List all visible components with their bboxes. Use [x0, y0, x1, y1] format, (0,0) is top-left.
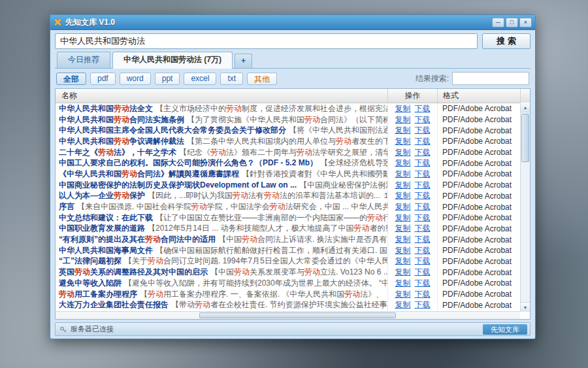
table-row[interactable]: 中国工人要求自己的权利。国际大公司能扮演什么角色？（PDF - 5.2 Mb）【… — [56, 158, 520, 169]
result-title[interactable]: 《中华人民共和国劳动合同法》解讀與遵循應書課程 — [59, 169, 239, 178]
filter-txt-button[interactable]: txt — [220, 73, 243, 85]
copy-link[interactable]: 复制 — [395, 137, 411, 146]
download-link[interactable]: 下载 — [415, 224, 431, 233]
horizontal-scrollbar-thumb[interactable] — [199, 312, 396, 318]
result-title[interactable]: 中文总结和建议：在此下载 — [59, 213, 153, 222]
copy-link[interactable]: 复制 — [395, 158, 411, 167]
table-row[interactable]: 中华人民共和国劳动合同法实施条例【为了贯彻实施《中华人民共和国劳动合同法》（以下… — [56, 114, 520, 125]
search-button[interactable]: 搜 索 — [482, 33, 531, 49]
result-title[interactable]: 中国职业教育发展的道路 — [59, 224, 145, 233]
table-row[interactable]: 二十年之《劳动法》，十年之学术【纪念《劳动法》颁布二十周年与劳动法学研究之展望，… — [56, 147, 520, 158]
download-link[interactable]: 下载 — [415, 137, 431, 146]
download-link[interactable]: 下载 — [415, 180, 431, 190]
table-row[interactable]: 中华人民共和国海事局文件【确保中国籍国际航行船舶做好行检普工作，顺利通过有关港口… — [56, 245, 520, 256]
maximize-button[interactable]: □ — [506, 18, 518, 27]
download-link[interactable]: 下载 — [415, 213, 431, 222]
table-row[interactable]: 中华人民共和国劳动争议调解仲裁法【第二条中华人民共和国境内的用人单位与劳动者发生… — [56, 136, 520, 147]
copy-link[interactable]: 复制 — [395, 180, 411, 190]
table-row[interactable]: 中华人民共和国劳动法全文【主义市场经济中的劳动制度，促进经济发展和社会进步，根据… — [56, 103, 520, 114]
download-link[interactable]: 下载 — [415, 267, 431, 276]
table-row[interactable]: “工”法律问题初探【关于劳动合同订立时间题. 1994年7月5日全国人大常委会通… — [56, 256, 520, 267]
scroll-down-icon[interactable]: ▼ — [521, 302, 530, 312]
result-title[interactable]: 序言 — [59, 202, 74, 211]
copy-link[interactable]: 复制 — [395, 169, 411, 178]
column-header-name[interactable]: 名称 — [56, 89, 388, 103]
copy-link[interactable]: 复制 — [395, 235, 411, 244]
column-header-actions[interactable]: 操作 — [388, 89, 438, 103]
result-title[interactable]: 中华人民共和国劳动争议调解仲裁法 — [59, 137, 184, 146]
copy-link[interactable]: 复制 — [395, 267, 411, 276]
download-link[interactable]: 下载 — [415, 235, 431, 244]
download-link[interactable]: 下载 — [415, 191, 431, 200]
copy-link[interactable]: 复制 — [395, 246, 411, 255]
copy-link[interactable]: 复制 — [395, 191, 411, 200]
result-title[interactable]: 中华人民共和国劳动法全文 — [59, 104, 153, 113]
download-link[interactable]: 下载 — [415, 158, 431, 167]
copy-link[interactable]: 复制 — [395, 256, 411, 265]
table-row[interactable]: 以人为本—企业劳动保护【因此，...即时认为我国劳动法有劳动法的沿革和普法基本培… — [56, 191, 520, 202]
vertical-scrollbar[interactable]: ▲ ▼ — [520, 103, 530, 312]
filter-all-button[interactable]: 全部 — [56, 73, 86, 85]
table-row[interactable]: 中国商业秘密保护的法制历史及保护现状Development of Law on … — [56, 180, 520, 191]
table-row[interactable]: “有利原则”的提出及其在劳动合同法中的适用【中国劳动合同法上诉请求. 换法实施中… — [56, 234, 520, 245]
new-tab-button[interactable]: + — [235, 54, 252, 68]
result-title[interactable]: 英国劳动关系的调整路径及其对中国的启示 — [59, 267, 208, 276]
download-link[interactable]: 下载 — [415, 300, 431, 309]
copy-link[interactable]: 复制 — [395, 224, 411, 233]
table-row[interactable]: 大连万力企业集团社会责任报告【带动劳动者在企校社责任. 节约资源保护环境实施公益… — [56, 299, 520, 310]
result-title[interactable]: “工”法律问题初探 — [59, 256, 122, 265]
result-title[interactable]: 以人为本—企业劳动保护 — [59, 191, 145, 200]
download-link[interactable]: 下载 — [415, 256, 431, 265]
table-row[interactable]: 序言【来自中国强原. 中国社会科学院劳动学院，中国法学会劳动法研究会，中国 ..… — [56, 201, 520, 212]
download-link[interactable]: 下载 — [415, 202, 431, 211]
tab-current-search[interactable]: 中华人民共和国劳动法 (7万) — [112, 52, 233, 69]
copy-link[interactable]: 复制 — [395, 148, 411, 157]
copy-link[interactable]: 复制 — [395, 300, 411, 309]
table-row[interactable]: 中华人民共和国主席令全国人民代表大会常务委员会关于修改部分【将《中华人民共和国刑… — [56, 125, 520, 136]
column-header-format[interactable]: 格式 — [438, 89, 520, 103]
copy-link[interactable]: 复制 — [395, 290, 411, 299]
result-title[interactable]: 劳动用工备案办理程序 — [59, 290, 137, 299]
filter-excel-button[interactable]: excel — [184, 73, 216, 85]
table-row[interactable]: 劳动用工备案办理程序【劳动用工备案办理程序. 一、备案依据. 《中华人民共和国劳… — [56, 289, 520, 300]
table-row[interactable]: 中国职业教育发展的道路【2012年5月14日 ... 动务和技能型人才，极大地提… — [56, 224, 520, 235]
copy-link[interactable]: 复制 — [395, 104, 411, 113]
download-link[interactable]: 下载 — [415, 104, 431, 113]
filter-ppt-button[interactable]: ppt — [155, 73, 180, 85]
minimize-button[interactable]: ─ — [492, 18, 504, 27]
tab-today-recommend[interactable]: 今日推荐 — [57, 52, 110, 68]
download-link[interactable]: 下载 — [415, 125, 431, 135]
table-row[interactable]: 中文总结和建议：在此下载【让了中国国立在赞比亚——非洲南部的一个内陆国家——的劳… — [56, 212, 520, 224]
copy-link[interactable]: 复制 — [395, 115, 411, 124]
result-title[interactable]: 二十年之《劳动法》，十年之学术 — [59, 148, 176, 157]
download-link[interactable]: 下载 — [415, 290, 431, 299]
titlebar[interactable]: 先知文库 V1.0 ─ □ × — [50, 15, 535, 30]
download-link[interactable]: 下载 — [415, 115, 431, 124]
result-title[interactable]: 中华人民共和国劳动合同法实施条例 — [59, 115, 184, 124]
search-input[interactable] — [55, 33, 478, 49]
filter-other-button[interactable]: 其他 — [247, 73, 277, 85]
result-title[interactable]: 中国工人要求自己的权利。国际大公司能扮演什么角色？（PDF - 5.2 Mb） — [59, 158, 318, 167]
table-row[interactable]: 避免中等收入陷阱【避免中等收入陷阱，并有可能持续到2030年成为世界上最大的经济… — [56, 278, 520, 289]
download-link[interactable]: 下载 — [415, 246, 431, 255]
result-title[interactable]: 避免中等收入陷阱 — [59, 278, 122, 288]
horizontal-scrollbar[interactable] — [56, 311, 520, 319]
copy-link[interactable]: 复制 — [395, 202, 411, 211]
close-button[interactable]: × — [519, 18, 532, 27]
download-link[interactable]: 下载 — [415, 278, 431, 288]
copy-link[interactable]: 复制 — [395, 125, 411, 135]
result-search-input[interactable] — [452, 72, 529, 85]
result-title[interactable]: “有利原则”的提出及其在劳动合同法中的适用 — [59, 235, 216, 244]
copy-link[interactable]: 复制 — [395, 213, 411, 222]
copy-link[interactable]: 复制 — [395, 278, 411, 288]
filter-word-button[interactable]: word — [120, 73, 151, 85]
download-link[interactable]: 下载 — [415, 148, 431, 157]
scroll-up-icon[interactable]: ▲ — [521, 103, 530, 112]
download-link[interactable]: 下载 — [415, 169, 431, 178]
vertical-scrollbar-thumb[interactable] — [521, 114, 529, 162]
result-title[interactable]: 中国商业秘密保护的法制历史及保护现状Development of Law on … — [59, 180, 297, 190]
result-title[interactable]: 大连万力企业集团社会责任报告 — [59, 300, 169, 309]
filter-pdf-button[interactable]: pdf — [90, 73, 116, 85]
table-row[interactable]: 《中华人民共和国劳动合同法》解讀與遵循應書課程【針對香港投資者對《中华人民共和國… — [56, 169, 520, 180]
table-row[interactable]: 英国劳动关系的调整路径及其对中国的启示【中国劳动关系发展变革与劳动立法. Vo1… — [56, 267, 520, 278]
